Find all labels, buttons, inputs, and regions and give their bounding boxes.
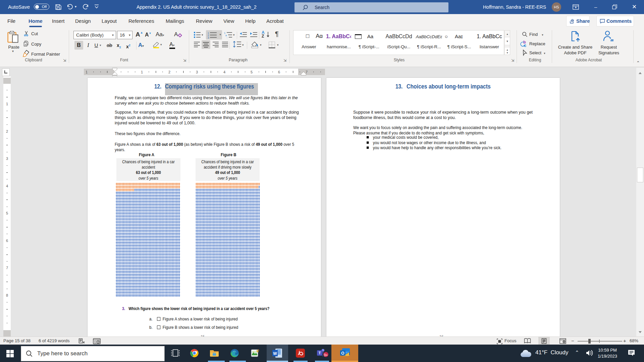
svg-text:O: O [341, 351, 344, 356]
svg-text:6: 6 [278, 70, 280, 74]
svg-text:1: 1 [208, 32, 209, 34]
svg-text:7: 7 [6, 266, 8, 270]
svg-text:6: 6 [6, 239, 8, 243]
svg-text:2: 2 [6, 129, 8, 133]
svg-text:3: 3 [208, 37, 209, 39]
svg-text:a: a [225, 34, 227, 37]
svg-text:1: 1 [86, 70, 88, 74]
svg-text:2: 2 [208, 34, 209, 37]
svg-text:T: T [319, 351, 321, 355]
svg-text:8: 8 [6, 293, 8, 297]
svg-text:5: 5 [6, 211, 8, 215]
svg-text:1: 1 [141, 70, 143, 74]
svg-text:2: 2 [168, 70, 170, 74]
svg-text:1: 1 [6, 102, 8, 106]
svg-text:4: 4 [6, 184, 8, 188]
svg-text:3: 3 [6, 157, 8, 161]
svg-text:i: i [227, 37, 227, 38]
svg-text:3: 3 [196, 70, 198, 74]
svg-text:5: 5 [251, 70, 253, 74]
svg-text:W: W [273, 351, 277, 356]
svg-text:4: 4 [223, 70, 225, 74]
